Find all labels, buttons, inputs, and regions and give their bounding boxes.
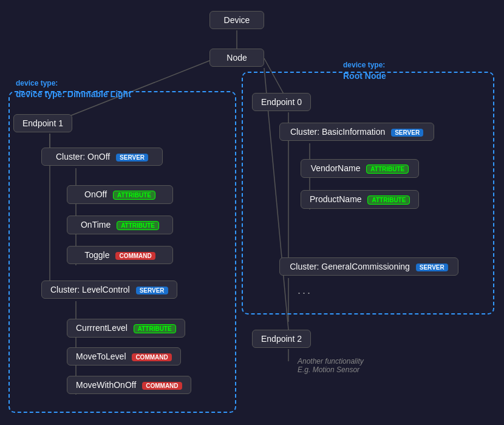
region-dimmable-light-label: device type:device type: Dimmable Light bbox=[16, 79, 131, 100]
cluster-generalcomm-badge: SERVER bbox=[416, 264, 448, 271]
node-label: Node bbox=[226, 53, 247, 63]
cluster-levelcontrol: Cluster: LevelControl SERVER bbox=[41, 280, 177, 299]
cluster-basicinfo: Cluster: BasicInformation SERVER bbox=[279, 123, 434, 141]
item-ontime-attr: OnTime ATTRIBUTE bbox=[67, 216, 173, 234]
dots-indicator: ··· bbox=[298, 287, 312, 299]
device-node: Device bbox=[209, 11, 264, 29]
item-onoff-attr: OnOff ATTRIBUTE bbox=[67, 185, 173, 204]
cluster-onoff-label: Cluster: OnOff bbox=[56, 152, 110, 162]
endpoint-2: Endpoint 2 bbox=[252, 330, 311, 348]
item-ontime-label: OnTime bbox=[81, 220, 111, 229]
cluster-basicinfo-label: Cluster: BasicInformation bbox=[290, 127, 385, 137]
cluster-levelcontrol-badge: SERVER bbox=[136, 287, 168, 294]
item-productname-attr: ProductName ATTRIBUTE bbox=[301, 190, 419, 209]
cluster-onoff: Cluster: OnOff SERVER bbox=[41, 148, 163, 166]
cluster-basicinfo-badge: SERVER bbox=[391, 129, 423, 137]
item-currlevel-badge: ATTRIBUTE bbox=[134, 324, 176, 333]
another-functionality-text: Another functionality E.g. Motion Sensor bbox=[298, 357, 364, 374]
cluster-generalcomm: Cluster: GeneralCommissioning SERVER bbox=[279, 257, 458, 276]
endpoint-1: Endpoint 1 bbox=[13, 114, 72, 132]
region-root-node-label: device type:Root Node bbox=[343, 61, 386, 81]
item-movetolevel-cmd: MoveToLevel COMMAND bbox=[67, 347, 181, 365]
cluster-generalcomm-label: Cluster: GeneralCommissioning bbox=[290, 262, 410, 271]
item-movetolevel-label: MoveToLevel bbox=[76, 352, 126, 361]
item-onoff-label: OnOff bbox=[84, 189, 107, 199]
cluster-levelcontrol-label: Cluster: LevelControl bbox=[50, 285, 130, 294]
item-movewithonoff-label: MoveWithOnOff bbox=[76, 380, 136, 390]
item-vendorname-attr: VendorName ATTRIBUTE bbox=[301, 159, 419, 178]
item-vendorname-label: VendorName bbox=[311, 163, 361, 173]
endpoint-0: Endpoint 0 bbox=[252, 93, 311, 111]
item-movetolevel-badge: COMMAND bbox=[132, 353, 171, 361]
item-toggle-label: Toggle bbox=[84, 250, 109, 260]
item-productname-badge: ATTRIBUTE bbox=[367, 195, 410, 205]
item-toggle-cmd: Toggle COMMAND bbox=[67, 246, 173, 264]
item-onoff-badge: ATTRIBUTE bbox=[113, 191, 155, 200]
item-productname-label: ProductName bbox=[310, 194, 362, 204]
cluster-onoff-badge: SERVER bbox=[116, 154, 148, 162]
item-currlevel-label: CurrrentLevel bbox=[76, 323, 128, 333]
node-node: Node bbox=[209, 49, 264, 67]
device-label: Device bbox=[224, 15, 250, 25]
item-toggle-badge: COMMAND bbox=[115, 252, 155, 260]
item-movewithonoff-cmd: MoveWithOnOff COMMAND bbox=[67, 376, 191, 394]
item-movewithonoff-badge: COMMAND bbox=[142, 382, 182, 390]
item-vendorname-badge: ATTRIBUTE bbox=[366, 165, 409, 174]
item-currlevel-attr: CurrrentLevel ATTRIBUTE bbox=[67, 319, 185, 338]
diagram-container: device type:device type: Dimmable Light … bbox=[0, 0, 504, 425]
item-ontime-badge: ATTRIBUTE bbox=[117, 221, 159, 230]
